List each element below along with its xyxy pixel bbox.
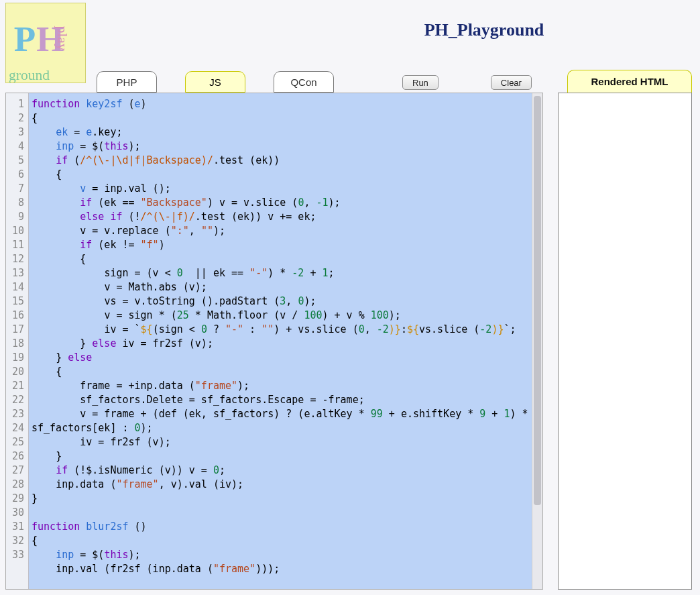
- editor-scrollbar[interactable]: [532, 93, 542, 589]
- app-logo: P H play ground: [5, 3, 86, 83]
- run-button[interactable]: Run: [402, 75, 439, 90]
- clear-button[interactable]: Clear: [491, 75, 532, 90]
- scrollbar-thumb[interactable]: [534, 96, 541, 505]
- line-gutter: 1234567891011121314151617181920212223242…: [6, 93, 29, 589]
- svg-text:P: P: [14, 19, 36, 58]
- rendered-output-pane: [558, 93, 692, 590]
- tab-rendered-html[interactable]: Rendered HTML: [567, 70, 692, 93]
- svg-text:play: play: [54, 25, 70, 50]
- tab-qcon[interactable]: QCon: [274, 71, 334, 93]
- code-area[interactable]: function key2sf (e) { ek = e.key; inp = …: [29, 93, 532, 589]
- tab-php[interactable]: PHP: [97, 71, 157, 93]
- code-editor[interactable]: 1234567891011121314151617181920212223242…: [5, 93, 543, 590]
- tab-js[interactable]: JS: [185, 71, 245, 93]
- app-title: PH_Playground: [282, 20, 687, 40]
- svg-text:ground: ground: [9, 67, 50, 83]
